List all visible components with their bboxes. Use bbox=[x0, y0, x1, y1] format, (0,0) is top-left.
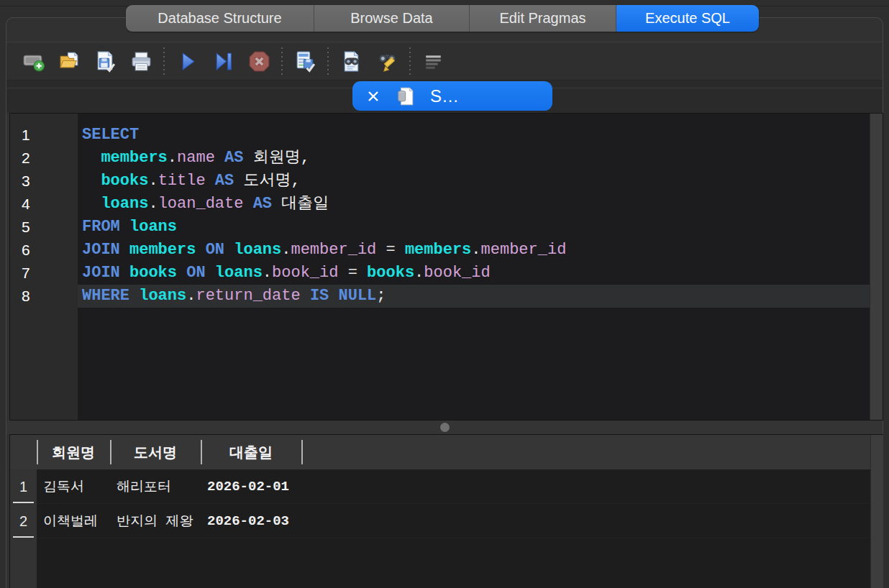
code-line[interactable]: JOIN members ON loans.member_id = member… bbox=[78, 239, 870, 262]
header-separator[interactable] bbox=[37, 440, 38, 464]
table-row: 1김독서해리포터2026-02-01 bbox=[10, 469, 870, 504]
new-tab-icon bbox=[21, 49, 46, 74]
code-token: 대출일 bbox=[272, 195, 329, 213]
code-token: name bbox=[177, 149, 215, 167]
tab-browse-data[interactable]: Browse Data bbox=[314, 5, 470, 32]
code-token: books bbox=[101, 172, 148, 190]
line-number[interactable]: 5 bbox=[10, 216, 78, 239]
code-token bbox=[243, 195, 252, 213]
code-line[interactable]: loans.loan_date AS 대출일 bbox=[78, 193, 870, 216]
tab-execute-sql[interactable]: Execute SQL bbox=[616, 5, 759, 32]
execute-all-button[interactable] bbox=[169, 45, 205, 77]
code-token: . bbox=[148, 195, 158, 213]
code-token bbox=[329, 287, 338, 305]
code-line[interactable]: FROM loans bbox=[78, 216, 870, 239]
save-results-view-button[interactable] bbox=[287, 45, 323, 77]
tab-database-structure[interactable]: Database Structure bbox=[126, 5, 314, 32]
close-tab-button[interactable] bbox=[364, 87, 383, 106]
sql-editor[interactable]: SELECT members.name AS 회원명, books.title … bbox=[78, 114, 870, 420]
column-header-loan-date[interactable]: 대출일 bbox=[201, 443, 301, 462]
table-cell[interactable]: 2026-02-03 bbox=[201, 513, 301, 529]
code-token bbox=[82, 172, 101, 190]
line-number[interactable]: 1 bbox=[10, 124, 78, 147]
code-token: books bbox=[367, 264, 414, 282]
execute-current-line-button[interactable] bbox=[205, 45, 241, 77]
save-file-icon bbox=[93, 49, 118, 74]
header-separator[interactable] bbox=[201, 440, 202, 464]
play-icon bbox=[175, 49, 200, 74]
code-token: loans bbox=[234, 241, 281, 259]
code-token: member_id bbox=[291, 241, 376, 259]
code-line[interactable]: SELECT bbox=[78, 124, 870, 147]
code-token: = bbox=[376, 241, 405, 259]
code-token: IS bbox=[310, 287, 329, 305]
toolbar-separator bbox=[327, 47, 329, 75]
code-token bbox=[206, 264, 215, 282]
code-line[interactable]: members.name AS 회원명, bbox=[78, 147, 870, 170]
code-token bbox=[82, 149, 101, 167]
stop-button[interactable] bbox=[241, 45, 277, 77]
code-token bbox=[177, 264, 186, 282]
sql-document-tab[interactable]: S… bbox=[352, 81, 552, 111]
toolbar-separator bbox=[163, 47, 165, 75]
line-number[interactable]: 7 bbox=[10, 262, 78, 285]
code-token: title bbox=[158, 172, 206, 190]
code-token: JOIN bbox=[82, 264, 120, 282]
line-number[interactable]: 6 bbox=[10, 239, 78, 262]
stop-icon bbox=[247, 49, 272, 74]
find-button[interactable] bbox=[333, 45, 369, 77]
code-token: ; bbox=[376, 287, 386, 305]
results-grid: 회원명 도서명 대출일 1김독서해리포터2026-02-012이책벌레반지의 제… bbox=[10, 435, 870, 588]
line-number-gutter: 12345678 bbox=[10, 114, 78, 420]
find-and-replace-button[interactable] bbox=[369, 45, 405, 77]
table-cell[interactable]: 이책벌레 bbox=[37, 512, 110, 530]
save-sql-file-button[interactable] bbox=[87, 45, 123, 77]
line-number[interactable]: 2 bbox=[10, 147, 78, 170]
column-header-book-title[interactable]: 도서명 bbox=[110, 443, 201, 462]
code-token bbox=[129, 287, 139, 305]
code-token: members bbox=[405, 241, 471, 259]
code-token bbox=[206, 172, 215, 190]
tab-edit-pragmas[interactable]: Edit Pragmas bbox=[470, 5, 616, 32]
code-token: ON bbox=[206, 241, 224, 259]
word-wrap-button[interactable] bbox=[415, 45, 451, 77]
code-token: . bbox=[414, 264, 424, 282]
row-number[interactable]: 1 bbox=[10, 469, 37, 504]
editor-scrollbar[interactable] bbox=[870, 114, 883, 420]
code-token: books bbox=[129, 264, 177, 282]
results-panel: 회원명 도서명 대출일 1김독서해리포터2026-02-012이책벌레반지의 제… bbox=[9, 434, 883, 588]
find-replace-icon bbox=[375, 49, 400, 74]
code-line[interactable]: JOIN books ON loans.book_id = books.book… bbox=[78, 262, 870, 285]
line-number[interactable]: 3 bbox=[10, 170, 78, 193]
code-token bbox=[196, 241, 205, 259]
open-sql-file-button[interactable] bbox=[51, 45, 87, 77]
code-token: . bbox=[168, 149, 177, 167]
main-view-tabs: Database Structure Browse Data Edit Prag… bbox=[126, 5, 759, 32]
code-token: . bbox=[148, 172, 158, 190]
new-tab-button[interactable] bbox=[15, 45, 51, 77]
row-number[interactable]: 2 bbox=[10, 504, 37, 538]
close-icon bbox=[365, 88, 381, 104]
line-number[interactable]: 8 bbox=[10, 285, 78, 308]
code-line[interactable]: WHERE loans.return_date IS NULL; bbox=[78, 285, 870, 308]
line-number[interactable]: 4 bbox=[10, 193, 78, 216]
table-cell[interactable]: 2026-02-01 bbox=[201, 479, 301, 495]
header-separator[interactable] bbox=[110, 440, 111, 464]
table-cell[interactable]: 해리포터 bbox=[110, 477, 201, 496]
column-header-member-name[interactable]: 회원명 bbox=[37, 443, 110, 462]
splitter-handle-icon bbox=[440, 423, 450, 432]
results-scrollbar[interactable] bbox=[870, 435, 883, 588]
code-token bbox=[224, 241, 234, 259]
header-separator[interactable] bbox=[301, 440, 303, 464]
code-token: FROM bbox=[82, 218, 120, 236]
code-token: loans bbox=[139, 287, 186, 305]
code-line[interactable]: books.title AS 도서명, bbox=[78, 170, 870, 193]
table-cell[interactable]: 반지의 제왕 bbox=[110, 512, 201, 530]
results-header-row: 회원명 도서명 대출일 bbox=[10, 435, 870, 469]
table-cell[interactable]: 김독서 bbox=[37, 477, 110, 496]
print-button[interactable] bbox=[123, 45, 159, 77]
open-file-icon bbox=[57, 49, 82, 74]
find-in-document-icon bbox=[339, 49, 364, 74]
panel-splitter[interactable] bbox=[6, 421, 883, 434]
code-token: WHERE bbox=[82, 287, 129, 305]
